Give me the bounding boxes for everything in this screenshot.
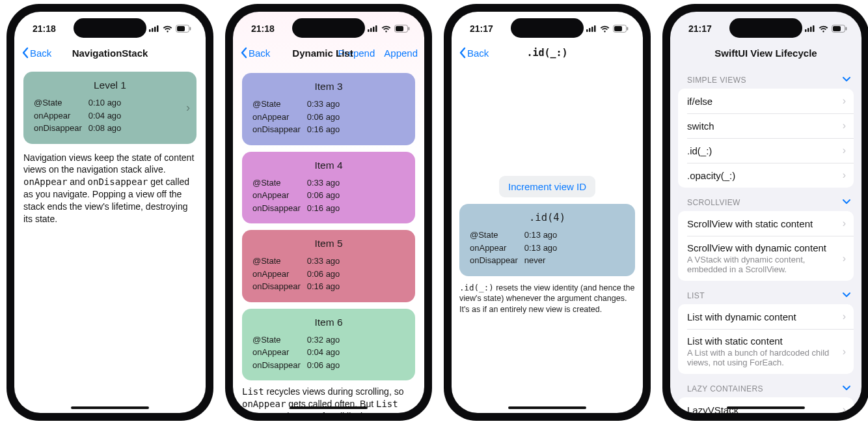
lifecycle-table: @State0:33 ago onAppear0:06 ago onDisapp… <box>252 255 340 293</box>
chevron-down-icon <box>842 76 851 85</box>
home-indicator[interactable] <box>508 406 586 409</box>
back-label: Back <box>467 48 489 59</box>
svg-rect-8 <box>370 28 372 32</box>
chevron-right-icon: › <box>843 253 846 264</box>
section-group: List with dynamic content›List with stat… <box>678 304 854 374</box>
lifecycle-table: @State0:33 ago onAppear0:06 ago onDisapp… <box>252 98 340 136</box>
chevron-right-icon: › <box>843 120 846 132</box>
menu-row[interactable]: LazyVStack› <box>678 397 854 413</box>
sections-list[interactable]: SIMPLE VIEWSif/else›switch›.id(_:)›.opac… <box>670 65 861 413</box>
cellular-icon <box>805 25 815 32</box>
chevron-left-icon <box>21 47 30 59</box>
status-time: 21:17 <box>688 23 712 34</box>
nav-bar: Back Dynamic List Prepend Append <box>233 40 424 65</box>
svg-rect-21 <box>805 29 807 32</box>
cellular-icon <box>586 25 597 32</box>
svg-rect-14 <box>586 29 588 32</box>
chevron-down-icon <box>842 291 851 300</box>
chevron-right-icon: › <box>843 95 846 107</box>
chevron-right-icon: › <box>843 311 846 322</box>
dynamic-island <box>729 18 802 38</box>
battery-icon <box>176 25 191 33</box>
svg-rect-9 <box>373 27 375 32</box>
back-button[interactable]: Back <box>239 47 270 59</box>
svg-rect-10 <box>375 25 377 32</box>
level-card[interactable]: Level 1 @State0:10 ago onAppear0:04 ago … <box>23 72 197 144</box>
battery-icon <box>394 25 410 33</box>
section-title: SCROLLVIEW <box>687 198 740 207</box>
back-button[interactable]: Back <box>458 47 489 59</box>
svg-rect-15 <box>589 28 591 32</box>
home-indicator[interactable] <box>71 406 149 409</box>
section-header[interactable]: SIMPLE VIEWS <box>678 65 854 89</box>
nav-bar: Back NavigationStack <box>14 40 206 65</box>
nav-title: SwiftUI View Lifecycle <box>670 48 861 59</box>
status-time: 21:18 <box>251 23 275 34</box>
lifecycle-table: @State0:13 ago onAppear0:13 ago onDisapp… <box>470 229 557 267</box>
row-title: .opacity(_:) <box>687 170 735 181</box>
increment-button[interactable]: Increment view ID <box>499 176 595 197</box>
list-item-card[interactable]: Item 4 @State0:33 ago onAppear0:06 ago o… <box>242 152 415 224</box>
list-item-card[interactable]: Item 3 @State0:33 ago onAppear0:06 ago o… <box>242 73 415 145</box>
explanation-text: .id(_:) resets the view identity (and he… <box>459 283 635 316</box>
row-title: if/else <box>687 96 712 107</box>
section-header[interactable]: LAZY CONTAINERS <box>678 374 854 397</box>
card-title: Item 3 <box>252 81 405 92</box>
row-title: ScrollView with static content <box>687 218 813 229</box>
cellular-icon <box>149 25 159 32</box>
section-header[interactable]: SCROLLVIEW <box>678 188 854 211</box>
svg-rect-20 <box>627 27 629 31</box>
back-label: Back <box>249 48 270 59</box>
lifecycle-table: @State0:10 ago onAppear0:04 ago onDisapp… <box>34 96 121 135</box>
phone-1: 21:18 Back NavigationStack Level 1 @Stat… <box>7 4 213 421</box>
menu-row[interactable]: switch› <box>678 113 854 138</box>
menu-row[interactable]: List with static contentA List with a bu… <box>678 329 854 374</box>
list-item-card[interactable]: Item 6 @State0:32 ago onAppear0:04 ago o… <box>242 309 415 381</box>
nav-bar: SwiftUI View Lifecycle <box>670 40 861 65</box>
home-indicator[interactable] <box>727 406 805 409</box>
row-title: List with static content <box>687 335 843 347</box>
section-group: if/else›switch›.id(_:)›.opacity(_:)› <box>678 89 854 188</box>
section-header[interactable]: LIST <box>678 281 854 304</box>
menu-row[interactable]: ScrollView with static content› <box>678 211 854 236</box>
wifi-icon <box>819 25 828 33</box>
menu-row[interactable]: List with dynamic content› <box>678 304 854 329</box>
home-indicator[interactable] <box>290 406 368 409</box>
chevron-left-icon <box>239 47 249 59</box>
svg-rect-27 <box>846 27 847 31</box>
chevron-right-icon: › <box>843 346 846 358</box>
section-title: LAZY CONTAINERS <box>687 384 763 393</box>
chevron-right-icon: › <box>843 145 846 156</box>
chevron-down-icon <box>842 384 851 393</box>
explanation-text: Navigation views keep the state of conte… <box>23 152 197 225</box>
section-group: ScrollView with static content›ScrollVie… <box>678 211 854 281</box>
wifi-icon <box>163 25 172 33</box>
phone-3: 21:17 Back .id(_:) Increment view ID .id… <box>444 4 651 421</box>
menu-row[interactable]: ScrollView with dynamic contentA VStack … <box>678 236 854 281</box>
phone-2: 21:18 Back Dynamic List Prepend Append I… <box>225 4 432 421</box>
svg-rect-3 <box>157 25 159 32</box>
menu-row[interactable]: .opacity(_:)› <box>678 163 854 188</box>
list-item-card[interactable]: Item 5 @State0:33 ago onAppear0:06 ago o… <box>242 230 415 302</box>
svg-rect-1 <box>152 28 154 32</box>
card-title: Item 4 <box>252 160 405 171</box>
back-button[interactable]: Back <box>21 47 51 59</box>
svg-rect-22 <box>807 28 809 32</box>
row-title: List with dynamic content <box>687 311 796 322</box>
chevron-right-icon: › <box>843 218 846 229</box>
menu-row[interactable]: .id(_:)› <box>678 138 854 163</box>
append-button[interactable]: Append <box>384 48 418 59</box>
status-time: 21:17 <box>470 23 493 34</box>
svg-rect-12 <box>396 26 403 31</box>
status-time: 21:18 <box>33 23 56 34</box>
prepend-button[interactable]: Prepend <box>338 48 375 59</box>
lifecycle-table: @State0:33 ago onAppear0:06 ago onDisapp… <box>252 177 340 215</box>
svg-rect-13 <box>409 27 410 31</box>
phone-4: 21:17 SwiftUI View Lifecycle SIMPLE VIEW… <box>662 4 868 421</box>
svg-rect-24 <box>813 25 815 32</box>
chevron-right-icon: › <box>843 169 846 181</box>
dynamic-island <box>511 18 584 38</box>
cellular-icon <box>368 25 378 32</box>
card-title: Level 1 <box>34 79 186 91</box>
menu-row[interactable]: if/else› <box>678 89 854 113</box>
